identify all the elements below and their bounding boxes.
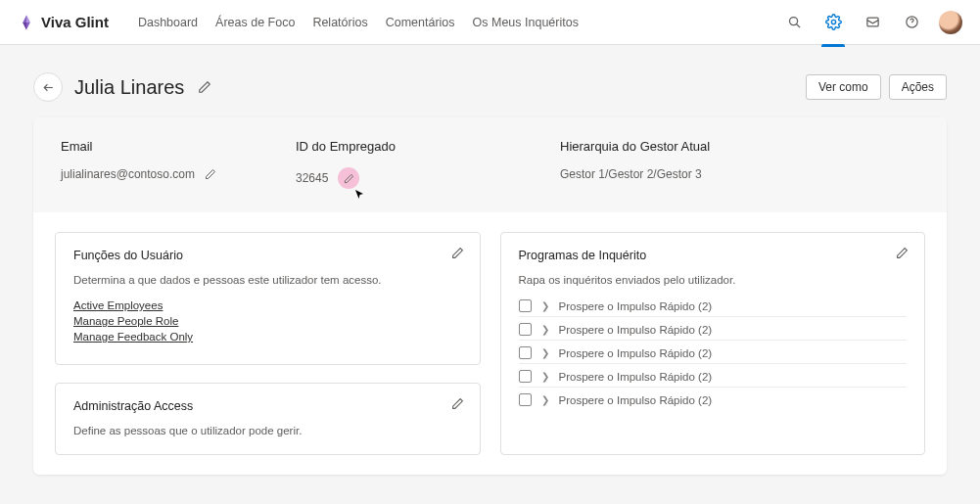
chevron-right-icon[interactable]: ❯ [541, 324, 549, 335]
user-avatar[interactable] [939, 11, 962, 34]
role-link-active-employees[interactable]: Active Employees [73, 299, 462, 311]
svg-rect-3 [866, 18, 877, 26]
role-link-manage-people[interactable]: Manage People Role [73, 315, 462, 327]
edit-employee-id-icon[interactable] [338, 167, 359, 189]
employee-id-value: 32645 [296, 171, 328, 185]
cursor-pointer-icon [353, 189, 363, 199]
search-icon[interactable] [782, 11, 806, 34]
two-column-area: Funções do Usuário Determina a que dados… [33, 212, 947, 455]
page-header: Julia Linares Ver como Ações [33, 72, 947, 102]
survey-name[interactable]: Prospere o Impulso Rápido (2) [559, 394, 713, 406]
survey-name[interactable]: Prospere o Impulso Rápido (2) [559, 324, 713, 336]
svg-point-0 [789, 18, 797, 25]
main-card: Email julialinares@contoso.com ID do Emp… [33, 117, 947, 475]
edit-title-icon[interactable] [198, 80, 211, 94]
top-bar: Viva Glint Dashboard Áreas de Foco Relat… [0, 0, 980, 45]
topbar-right [782, 11, 962, 34]
survey-name[interactable]: Prospere o Impulso Rápido (2) [559, 300, 713, 312]
nav-my-surveys[interactable]: Os Meus Inquéritos [473, 16, 579, 29]
admin-access-card: Administração Access Define as pessoas q… [55, 383, 481, 455]
admin-access-desc: Define as pessoas que o utilizador pode … [73, 425, 462, 436]
nav-reports[interactable]: Relatórios [312, 16, 367, 29]
survey-row: ❯ Prospere o Impulso Rápido (2) [519, 393, 908, 410]
manager-hierarchy-label: Hierarquia do Gestor Atual [560, 139, 919, 154]
survey-row: ❯ Prospere o Impulso Rápido (2) [519, 299, 908, 317]
settings-gear-icon[interactable] [821, 11, 845, 34]
edit-user-roles-icon[interactable] [451, 247, 464, 259]
nav-comments[interactable]: Comentários [386, 16, 455, 29]
survey-list: ❯ Prospere o Impulso Rápido (2) ❯ Prospe… [519, 299, 908, 410]
user-roles-link-list: Active Employees Manage People Role Mana… [73, 299, 462, 343]
user-roles-desc: Determina a que dados e pessoas este uti… [73, 274, 462, 286]
header-actions: Ver como Ações [806, 74, 947, 100]
top-nav: Dashboard Áreas de Foco Relatórios Comen… [138, 16, 579, 29]
help-icon[interactable] [900, 11, 923, 34]
brand: Viva Glint [18, 14, 109, 31]
role-link-manage-feedback[interactable]: Manage Feedback Only [73, 331, 462, 343]
survey-checkbox[interactable] [519, 323, 532, 336]
edit-admin-access-icon[interactable] [451, 397, 464, 410]
email-value: julialinares@contoso.com [61, 167, 195, 181]
info-strip: Email julialinares@contoso.com ID do Emp… [33, 117, 947, 212]
view-as-button[interactable]: Ver como [806, 74, 881, 100]
brand-name: Viva Glint [41, 14, 109, 30]
inbox-icon[interactable] [861, 11, 884, 34]
admin-access-title: Administração Access [73, 399, 462, 413]
back-button[interactable] [33, 72, 63, 102]
manager-hierarchy-column: Hierarquia do Gestor Atual Gestor 1/Gest… [560, 139, 919, 189]
survey-name[interactable]: Prospere o Impulso Rápido (2) [559, 347, 713, 359]
left-column: Funções do Usuário Determina a que dados… [55, 232, 481, 455]
employee-id-value-row: 32645 [296, 167, 560, 189]
user-roles-card: Funções do Usuário Determina a que dados… [55, 232, 481, 365]
chevron-right-icon[interactable]: ❯ [541, 394, 549, 405]
actions-button[interactable]: Ações [889, 74, 947, 100]
page-title: Julia Linares [74, 76, 184, 99]
email-value-row: julialinares@contoso.com [61, 167, 296, 181]
employee-id-label: ID do Empregado [296, 139, 560, 154]
employee-id-column: ID do Empregado 32645 [296, 139, 560, 189]
nav-dashboard[interactable]: Dashboard [138, 16, 198, 29]
survey-checkbox[interactable] [519, 370, 532, 383]
nav-focus-areas[interactable]: Áreas de Foco [215, 16, 295, 29]
right-column: Programas de Inquérito Rapa os inquérito… [500, 232, 926, 455]
survey-programs-title: Programas de Inquérito [519, 249, 908, 262]
svg-line-1 [796, 24, 799, 27]
manager-hierarchy-value-row: Gestor 1/Gestor 2/Gestor 3 [560, 167, 919, 181]
survey-row: ❯ Prospere o Impulso Rápido (2) [519, 346, 908, 364]
svg-point-2 [831, 20, 835, 23]
page-body: Julia Linares Ver como Ações Email julia… [0, 45, 980, 504]
survey-checkbox[interactable] [519, 299, 532, 312]
survey-row: ❯ Prospere o Impulso Rápido (2) [519, 370, 908, 388]
viva-glint-logo-icon [18, 14, 35, 31]
survey-name[interactable]: Prospere o Impulso Rápido (2) [559, 371, 713, 383]
chevron-right-icon[interactable]: ❯ [541, 300, 549, 311]
edit-email-icon[interactable] [205, 168, 216, 180]
edit-survey-programs-icon[interactable] [896, 247, 909, 259]
survey-programs-desc: Rapa os inquéritos enviados pelo utiliza… [519, 274, 908, 286]
survey-row: ❯ Prospere o Impulso Rápido (2) [519, 323, 908, 341]
chevron-right-icon[interactable]: ❯ [541, 371, 549, 382]
chevron-right-icon[interactable]: ❯ [541, 347, 549, 358]
user-roles-title: Funções do Usuário [73, 249, 462, 262]
survey-programs-card: Programas de Inquérito Rapa os inquérito… [500, 232, 926, 455]
manager-hierarchy-value: Gestor 1/Gestor 2/Gestor 3 [560, 167, 702, 181]
survey-checkbox[interactable] [519, 346, 532, 359]
email-label: Email [61, 139, 296, 154]
email-column: Email julialinares@contoso.com [61, 139, 296, 189]
survey-checkbox[interactable] [519, 393, 532, 406]
